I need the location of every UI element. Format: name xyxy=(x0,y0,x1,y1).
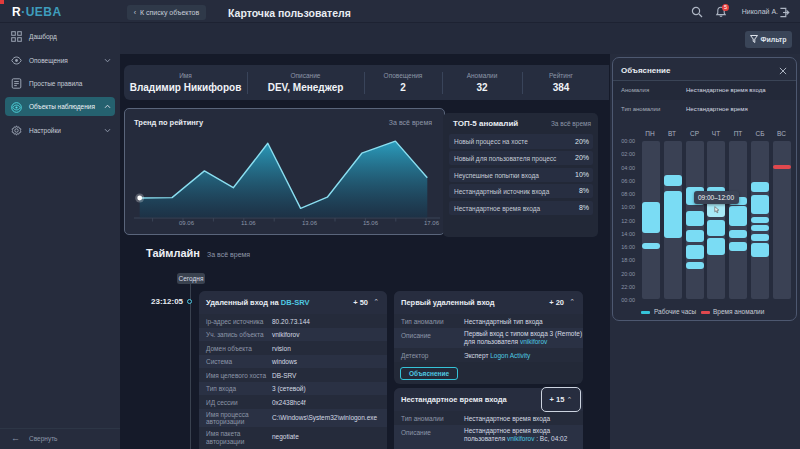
svg-text:15.06: 15.06 xyxy=(363,220,379,226)
svg-text:13.06: 13.06 xyxy=(302,220,318,226)
svg-text:09.06: 09.06 xyxy=(179,220,195,226)
svg-text:17.06: 17.06 xyxy=(424,220,440,226)
svg-text:11.06: 11.06 xyxy=(241,220,256,226)
